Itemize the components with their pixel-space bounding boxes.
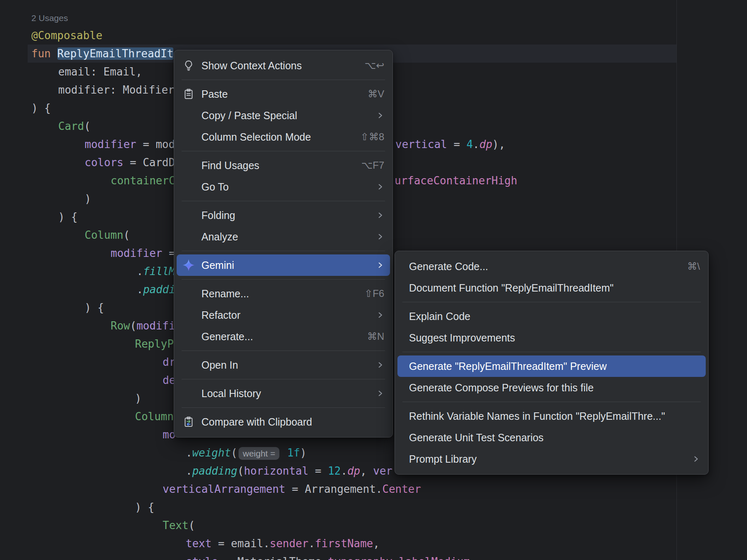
submenu-chevron-icon (692, 455, 700, 463)
menu-item-explain-code[interactable]: Explain Code (397, 306, 706, 327)
submenu-chevron-icon (376, 233, 384, 241)
shortcut-label: ⇧F6 (364, 288, 384, 299)
menu-item-rename[interactable]: Rename...⇧F6 (177, 283, 390, 304)
menu-item-label: Generate "ReplyEmailThreadItem" Preview (409, 360, 700, 372)
shortcut-label: ⇧⌘8 (361, 131, 384, 143)
menu-item-label: Gemini (201, 259, 364, 271)
menu-item-generate-code[interactable]: Generate Code...⌘\ (397, 256, 706, 277)
shortcut-label: ⌥↩ (364, 60, 384, 71)
menu-item-label: Find Usages (201, 160, 349, 172)
menu-item-show-context-actions[interactable]: Show Context Actions⌥↩ (177, 55, 390, 76)
code-token: email: Email, (58, 66, 142, 78)
code-line: containerC (111, 172, 175, 190)
code-token: modifi (137, 320, 175, 332)
code-token: Column (135, 410, 174, 423)
code-token: = (285, 483, 305, 495)
code-line: fun ReplyEmailThreadIt (31, 45, 173, 63)
menu-separator (182, 279, 385, 280)
code-token: ) { (85, 301, 104, 314)
code-token: dp (480, 138, 492, 151)
code-token: ( (231, 447, 238, 459)
menu-item-rethink-variable-names-in-function-replyemailthre[interactable]: Rethink Variable Names in Function "Repl… (397, 405, 706, 427)
lightbulb-icon (182, 59, 196, 73)
code-token: modifier (85, 138, 136, 151)
code-token: mod (156, 138, 175, 151)
menu-item-analyze[interactable]: Analyze (177, 226, 390, 247)
menu-item-local-history[interactable]: Local History (177, 383, 390, 404)
submenu-chevron-icon (376, 389, 384, 398)
menu-item-generate-compose-previews-for-this-file[interactable]: Generate Compose Previews for this file (397, 377, 706, 398)
code-token: . (137, 265, 143, 278)
code-token: ) (85, 193, 91, 205)
menu-item-paste[interactable]: Paste⌘V (177, 83, 390, 105)
code-line: ) { (31, 99, 51, 117)
code-token: = (308, 465, 328, 477)
code-token: weight (192, 447, 231, 459)
icon-spacer (182, 386, 196, 400)
menu-item-generate-unit-test-scenarios[interactable]: Generate Unit Test Scenarios (397, 427, 706, 448)
code-token: 1f (287, 447, 300, 459)
code-token: , (360, 465, 373, 477)
ide-screen: { "colors": { "editor_background": "#1e1… (0, 0, 747, 560)
code-line: ReplyP (135, 335, 174, 353)
menu-item-generate[interactable]: Generate...⌘N (177, 326, 390, 347)
menu-item-label: Generate Compose Previews for this file (409, 382, 700, 394)
icon-spacer (182, 358, 196, 372)
shortcut-label: ⌘V (368, 88, 384, 100)
code-token: urfaceContainerHigh (395, 174, 517, 187)
menu-item-go-to[interactable]: Go To (177, 176, 390, 198)
code-token: 2 Usages (31, 13, 68, 23)
code-token: Arrangement (305, 483, 376, 495)
menu-item-column-selection-mode[interactable]: Column Selection Mode⇧⌘8 (177, 126, 390, 148)
code-token: = (162, 247, 175, 259)
menu-item-label: Suggest Improvements (409, 332, 700, 344)
code-line: .padding(horizontal = 12.dp, ver (186, 462, 392, 480)
menu-item-gemini[interactable]: Gemini (177, 254, 390, 276)
menu-item-refactor[interactable]: Refactor (177, 304, 390, 326)
menu-separator (402, 352, 701, 352)
menu-item-open-in[interactable]: Open In (177, 354, 390, 376)
menu-item-find-usages[interactable]: Find Usages⌥F7 (177, 155, 390, 176)
menu-item-suggest-improvements[interactable]: Suggest Improvements (397, 327, 706, 348)
submenu-chevron-icon (376, 111, 384, 120)
code-token: style (186, 555, 218, 560)
code-token: = (447, 138, 466, 151)
menu-separator (182, 379, 385, 379)
code-token: . (186, 465, 192, 477)
code-token: Text (163, 519, 189, 532)
menu-item-copy-paste-special[interactable]: Copy / Paste Special (177, 105, 390, 126)
code-line: Column (135, 407, 174, 426)
code-token: . (186, 447, 192, 459)
code-token: = (123, 156, 143, 169)
code-line: Text( (163, 516, 195, 534)
menu-item-label: Generate Code... (409, 261, 675, 273)
icon-spacer (182, 208, 196, 222)
code-token: colors (85, 156, 123, 169)
menu-item-folding[interactable]: Folding (177, 205, 390, 226)
code-line: .weight(weight = 1f) (186, 444, 307, 462)
icon-spacer (182, 329, 196, 344)
menu-separator (402, 302, 701, 302)
menu-item-label: Document Function "ReplyEmailThreadItem" (409, 282, 700, 294)
code-token: ( (237, 465, 244, 477)
code-token: ) { (135, 501, 154, 513)
menu-item-document-function-replyemailthreaditem[interactable]: Document Function "ReplyEmailThreadItem" (397, 277, 706, 299)
menu-separator (182, 351, 385, 351)
editor-context-menu: Show Context Actions⌥↩Paste⌘VCopy / Past… (174, 50, 393, 438)
menu-separator (182, 251, 385, 251)
menu-item-prompt-library[interactable]: Prompt Library (397, 448, 706, 470)
clipboard-icon (182, 87, 196, 101)
code-token: = (212, 537, 231, 550)
code-token: ( (130, 320, 137, 332)
code-line: .paddi (137, 280, 175, 299)
code-token: , (373, 537, 380, 550)
menu-item-compare-with-clipboard[interactable]: Compare with Clipboard (177, 411, 390, 433)
code-token: Center (382, 483, 421, 495)
menu-item-label: Generate... (201, 331, 355, 343)
code-token: = (218, 555, 237, 560)
icon-spacer (182, 108, 196, 122)
code-line: email: Email, (58, 63, 142, 81)
code-line: 2 Usages (31, 8, 68, 26)
menu-item-generate-replyemailthreaditem-preview[interactable]: Generate "ReplyEmailThreadItem" Preview (397, 355, 706, 377)
code-line: ) { (85, 299, 104, 317)
